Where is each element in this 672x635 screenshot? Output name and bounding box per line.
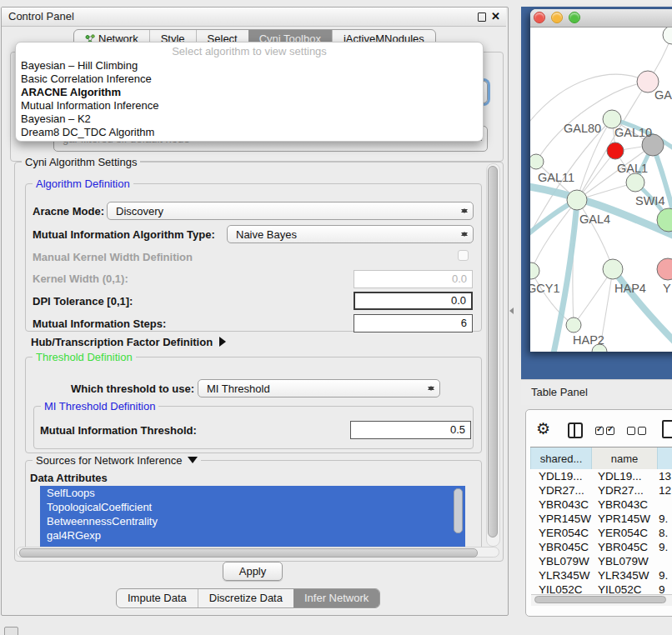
attribute-item-selfloops[interactable]: SelfLoops: [40, 486, 465, 500]
cell-shared-name: YBR043C: [530, 498, 591, 512]
table-row[interactable]: YDL19...YDL19...13: [530, 469, 672, 483]
attribute-item-betweennesscentrality[interactable]: BetweennessCentrality: [40, 514, 465, 528]
network-node[interactable]: [657, 258, 672, 280]
network-node[interactable]: [566, 318, 581, 332]
settings-hscrollbar-thumb[interactable]: [19, 548, 478, 558]
attribute-item-topologicalcoefficient[interactable]: TopologicalCoefficient: [40, 500, 465, 514]
apply-button[interactable]: Apply: [223, 562, 283, 581]
algorithm-option-bayesian-k2[interactable]: Bayesian – K2: [16, 112, 483, 126]
cell-name: YBR045C: [591, 540, 657, 554]
cell-shared-name: YBL079W: [530, 554, 591, 568]
data-attributes-label: Data Attributes: [30, 472, 108, 484]
network-node[interactable]: [626, 173, 644, 192]
table-panel-title: Table Panel: [531, 380, 588, 405]
check-mark: ✓: [607, 424, 614, 433]
cell-value: 13: [657, 469, 671, 483]
document-icon[interactable]: [662, 420, 672, 438]
float-window-icon[interactable]: [478, 12, 486, 22]
cell-value: 9.: [657, 540, 668, 554]
cell-value: 12: [657, 483, 671, 498]
dpi-tolerance-field[interactable]: 0.0: [354, 292, 473, 310]
checked-checkbox-icon[interactable]: ✓: [595, 427, 604, 435]
node-label-gal11: GAL11: [538, 171, 574, 184]
node-label-gcy1: GCY1: [530, 282, 560, 295]
manual-kernel-checkbox[interactable]: [458, 250, 469, 261]
algorithm-option-aracne-algorithm[interactable]: ARACNE Algorithm: [16, 86, 483, 99]
table-row[interactable]: YBR045CYBR045C9.: [530, 540, 672, 554]
network-window-titlebar[interactable]: [530, 9, 672, 28]
table-row[interactable]: YPR145WYPR145W9.: [530, 512, 672, 526]
algorithm-definition-title: Algorithm Definition: [33, 178, 133, 190]
dropdown-placeholder: Select algorithm to view settings: [16, 44, 483, 59]
unchecked-checkbox-icon[interactable]: [627, 427, 635, 435]
table-hscrollbar-thumb[interactable]: [534, 596, 666, 603]
stepper-icon: [428, 382, 434, 394]
close-traffic-light-icon[interactable]: [534, 12, 545, 23]
expand-right-icon: [219, 337, 226, 347]
kernel-width-field[interactable]: 0.0: [354, 270, 473, 288]
minimized-widget[interactable]: [4, 627, 18, 635]
tab-discretize-data[interactable]: Discretize Data: [198, 589, 293, 608]
manual-kernel-label: Manual Kernel Width Definition: [33, 251, 193, 263]
splitter-collapse-icon[interactable]: [509, 308, 514, 314]
network-node[interactable]: [530, 154, 544, 169]
mi-type-combo[interactable]: Naive Bayes: [227, 225, 474, 243]
which-threshold-combo[interactable]: MI Threshold: [198, 379, 440, 398]
hub-definition-expander[interactable]: Hub/Transcription Factor Definition: [31, 336, 226, 348]
network-canvas[interactable]: GAL8GAL80GAL10GAL1GAL11SWI4GAL4GCY1HAP4Y…: [530, 28, 672, 352]
cell-value: 9.: [657, 512, 668, 526]
tab-label: Impute Data: [128, 589, 187, 608]
algorithm-option-bayesian-hill-climbing[interactable]: Bayesian – Hill Climbing: [16, 59, 483, 72]
algorithm-option-basic-correlation-inference[interactable]: Basic Correlation Inference: [16, 72, 483, 86]
mi-threshold-field[interactable]: 0.5: [350, 421, 471, 439]
stepper-icon: [461, 205, 468, 217]
list-scrollbar-thumb[interactable]: [454, 488, 463, 533]
table-row[interactable]: YLR345WYLR345W9.: [530, 568, 672, 582]
cell-value: 8.: [657, 526, 668, 540]
algorithm-option-mutual-information-inference[interactable]: Mutual Information Inference: [16, 99, 483, 112]
cell-shared-name: YDR27...: [530, 483, 591, 498]
close-icon[interactable]: ✕: [491, 9, 500, 24]
node-label-gal8: GAL8: [654, 88, 672, 102]
network-node[interactable]: [530, 262, 539, 279]
network-node[interactable]: [567, 190, 587, 210]
bottom-tab-bar: Impute DataDiscretize DataInfer Network: [116, 588, 380, 608]
settings-scrollbar-thumb[interactable]: [488, 166, 498, 538]
column-header-partial[interactable]: [657, 448, 672, 469]
table-row[interactable]: YDR27...YDR27...12: [530, 483, 672, 498]
node-label-gal4: GAL4: [579, 212, 610, 226]
network-window[interactable]: GAL8GAL80GAL10GAL1GAL11SWI4GAL4GCY1HAP4Y…: [530, 9, 672, 352]
data-attributes-list[interactable]: SelfLoopsTopologicalCoefficientBetweenne…: [40, 486, 465, 548]
zoom-traffic-light-icon[interactable]: [569, 12, 580, 23]
checked-checkbox-icon[interactable]: ✓: [606, 427, 614, 435]
mi-steps-field[interactable]: 6: [354, 314, 473, 332]
check-mark: ✓: [596, 424, 603, 433]
column-header-name[interactable]: name: [591, 448, 657, 469]
gear-icon[interactable]: ⚙: [536, 419, 550, 438]
network-node[interactable]: [663, 28, 672, 44]
network-node[interactable]: [607, 142, 624, 159]
column-split-icon[interactable]: [568, 422, 583, 438]
tab-impute-data[interactable]: Impute Data: [117, 589, 198, 608]
table-row[interactable]: YIL052CYIL052C9: [530, 582, 672, 594]
network-node[interactable]: [603, 259, 623, 279]
collapse-down-icon: [188, 457, 198, 463]
algorithm-option-dream8-dc-tdc-algorithm[interactable]: Dream8 DC_TDC Algorithm: [16, 126, 483, 139]
mi-threshold-label: Mutual Information Threshold:: [40, 424, 197, 437]
aracne-mode-combo[interactable]: Discovery: [107, 202, 474, 220]
cell-value: 9.: [657, 568, 668, 582]
sources-title-text: Sources for Network Inference: [36, 454, 183, 467]
table-row[interactable]: YER054CYER054C8.: [530, 526, 672, 540]
tab-infer-network[interactable]: Infer Network: [293, 589, 379, 608]
node-label-y: Y: [663, 282, 671, 295]
cell-value: [657, 554, 659, 568]
table-row[interactable]: YBL079WYBL079W: [530, 554, 672, 568]
threshold-definition-title: Threshold Definition: [33, 351, 136, 363]
attribute-item-gal4rgexp[interactable]: gal4RGexp: [40, 528, 465, 542]
minimize-traffic-light-icon[interactable]: [551, 12, 563, 23]
table-row[interactable]: YBR043CYBR043C: [530, 498, 672, 512]
column-header-shared-name[interactable]: shared...: [530, 448, 591, 469]
network-graph: GAL8GAL80GAL10GAL1GAL11SWI4GAL4GCY1HAP4Y…: [530, 28, 672, 352]
sources-group-title[interactable]: Sources for Network Inference: [33, 454, 201, 467]
unchecked-checkbox-icon[interactable]: [638, 427, 646, 435]
